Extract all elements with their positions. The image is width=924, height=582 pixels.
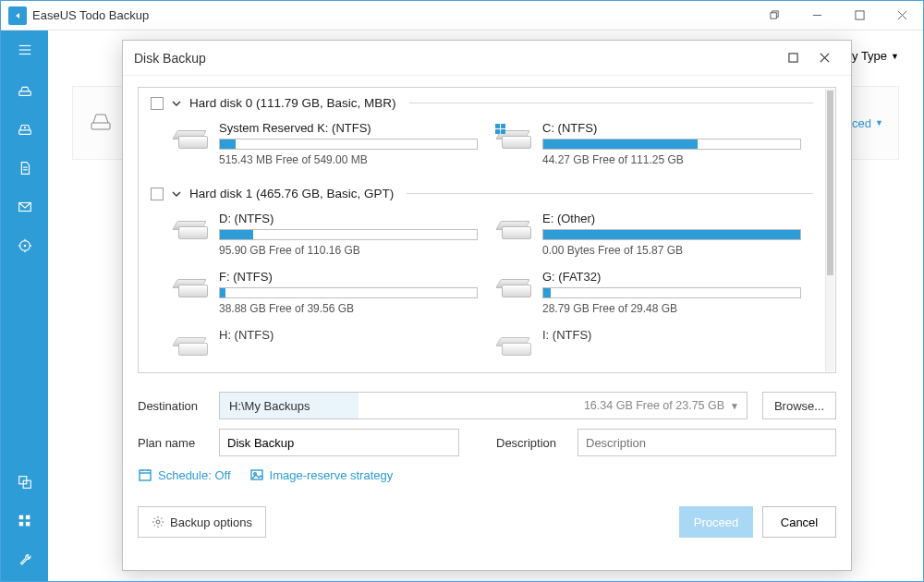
dialog-form: Destination H:\My Backups 16.34 GB Free … (123, 377, 851, 488)
partition-item[interactable]: C: (NTFS) 44.27 GB Free of 111.25 GB (496, 117, 801, 170)
svg-point-11 (23, 127, 25, 128)
svg-rect-1 (770, 13, 775, 18)
disk-group-header[interactable]: Hard disk 1 (465.76 GB, Basic, GPT) (140, 179, 824, 202)
svg-rect-28 (788, 54, 796, 62)
dialog-close-button[interactable] (808, 41, 840, 76)
partition-free-text: 95.90 GB Free of 110.16 GB (219, 244, 478, 257)
svg-rect-9 (18, 91, 30, 96)
svg-rect-10 (18, 130, 30, 135)
titlebar: EaseUS Todo Backup (1, 1, 923, 30)
system-backup-icon[interactable] (1, 112, 48, 147)
svg-rect-34 (501, 129, 505, 134)
dialog-footer: Backup options Proceed Cancel (123, 491, 851, 552)
app-title: EaseUS Todo Backup (32, 8, 149, 22)
usage-bar (542, 139, 801, 150)
svg-rect-31 (495, 124, 500, 128)
tools-grid-icon[interactable] (1, 503, 48, 539)
hamburger-menu-icon[interactable] (1, 36, 48, 64)
description-input[interactable] (578, 429, 836, 456)
svg-rect-32 (501, 124, 505, 128)
partition-name: I: (NTFS) (542, 328, 801, 342)
disk-selection-area: Hard disk 0 (111.79 GB, Basic, MBR) Syst… (138, 87, 836, 373)
disk-group-label: Hard disk 1 (465.76 GB, Basic, GPT) (189, 187, 394, 200)
cancel-button[interactable]: Cancel (762, 506, 836, 538)
sidebar (1, 30, 48, 581)
partition-item[interactable]: I: (NTFS) (496, 324, 801, 363)
partition-name: G: (FAT32) (542, 270, 801, 284)
partition-item[interactable]: H: (NTFS) (173, 324, 478, 363)
app-logo-icon (8, 6, 27, 25)
backup-options-button[interactable]: Backup options (138, 506, 266, 538)
scrollbar-thumb[interactable] (827, 91, 833, 275)
svg-rect-33 (495, 129, 500, 134)
destination-free-space: 16.34 GB Free of 23.75 GB▼ (584, 399, 747, 412)
partition-item[interactable]: E: (Other) 0.00 Bytes Free of 15.87 GB (496, 208, 801, 261)
usage-bar (542, 287, 801, 298)
destination-field[interactable]: H:\My Backups 16.34 GB Free of 23.75 GB▼ (219, 392, 748, 419)
window-close-button[interactable] (881, 1, 923, 30)
partition-name: F: (NTFS) (219, 270, 478, 284)
window-maximize-button[interactable] (838, 1, 881, 30)
partition-free-text: 44.27 GB Free of 111.25 GB (542, 153, 801, 166)
settings-wrench-icon[interactable] (1, 542, 48, 577)
proceed-button[interactable]: Proceed (679, 506, 753, 538)
partition-item[interactable]: F: (NTFS) 38.88 GB Free of 39.56 GB (173, 266, 478, 319)
svg-point-16 (23, 245, 26, 248)
browse-button[interactable]: Browse... (762, 392, 836, 419)
svg-rect-25 (18, 522, 23, 527)
main-content: Sort by Type ▼ Advanced▼ Disk Backup Har… (48, 30, 923, 581)
description-label: Description (496, 436, 568, 450)
mail-backup-icon[interactable] (1, 189, 48, 224)
partition-name: E: (Other) (542, 212, 801, 225)
dialog-maximize-button[interactable] (777, 41, 808, 76)
svg-point-41 (156, 520, 160, 524)
usage-bar (219, 139, 478, 150)
partition-free-text: 515.43 MB Free of 549.00 MB (219, 153, 478, 166)
plan-name-input[interactable] (219, 429, 459, 456)
partition-item[interactable]: D: (NTFS) 95.90 GB Free of 110.16 GB (173, 208, 478, 261)
svg-rect-24 (25, 515, 30, 520)
window-restore-down-icon[interactable] (753, 1, 796, 30)
plan-name-label: Plan name (138, 436, 210, 450)
drive-icon (496, 332, 533, 359)
partition-name: H: (NTFS) (219, 328, 478, 342)
partition-item[interactable]: System Reserved K: (NTFS) 515.43 MB Free… (173, 117, 478, 170)
chevron-down-icon[interactable] (171, 98, 182, 109)
drive-icon (496, 125, 533, 152)
file-backup-icon[interactable] (1, 151, 48, 186)
partition-name: System Reserved K: (NTFS) (219, 121, 478, 135)
disk-backup-dialog: Disk Backup Hard disk 0 (111.79 GB, Basi… (122, 40, 852, 571)
clone-icon[interactable] (1, 465, 48, 500)
window-minimize-button[interactable] (796, 1, 838, 30)
disk-group-checkbox[interactable] (151, 97, 164, 110)
disk-backup-icon[interactable] (1, 73, 48, 108)
disk-group-checkbox[interactable] (151, 188, 164, 200)
usage-bar (219, 287, 478, 298)
smart-backup-icon[interactable] (1, 228, 48, 263)
disk-icon (88, 108, 114, 138)
partition-item[interactable]: G: (FAT32) 28.79 GB Free of 29.48 GB (496, 266, 801, 319)
svg-rect-23 (18, 515, 23, 520)
partition-free-text: 0.00 Bytes Free of 15.87 GB (542, 244, 801, 257)
image-icon (249, 467, 264, 482)
dialog-header: Disk Backup (123, 41, 851, 76)
destination-path: H:\My Backups (220, 393, 359, 418)
destination-label: Destination (138, 399, 210, 413)
image-reserve-strategy-link[interactable]: Image-reserve strategy (249, 467, 394, 482)
partition-name: C: (NTFS) (542, 121, 801, 135)
drive-icon (496, 273, 533, 301)
partition-name: D: (NTFS) (219, 212, 478, 225)
windows-flag-icon (494, 123, 507, 136)
dialog-title: Disk Backup (134, 51, 206, 66)
drive-icon (173, 332, 210, 359)
svg-rect-26 (25, 522, 30, 527)
disk-group-label: Hard disk 0 (111.79 GB, Basic, MBR) (189, 96, 396, 110)
usage-bar (219, 229, 478, 240)
calendar-icon (138, 467, 152, 482)
scrollbar[interactable] (825, 89, 834, 371)
partition-free-text: 38.88 GB Free of 39.56 GB (219, 302, 478, 315)
chevron-down-icon[interactable] (171, 188, 182, 200)
disk-group-header[interactable]: Hard disk 0 (111.79 GB, Basic, MBR) (140, 89, 824, 112)
schedule-link[interactable]: Schedule: Off (138, 467, 231, 482)
drive-icon (496, 215, 533, 243)
